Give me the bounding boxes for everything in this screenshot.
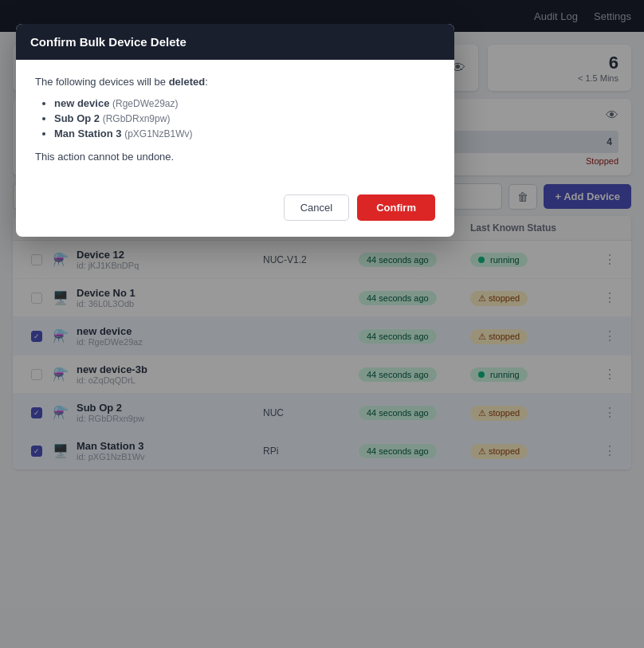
- confirm-button[interactable]: Confirm: [357, 194, 435, 221]
- cancel-button[interactable]: Cancel: [284, 194, 349, 221]
- confirm-delete-modal: Confirm Bulk Device Delete The following…: [16, 24, 454, 237]
- modal-warning: This action cannot be undone.: [35, 151, 435, 163]
- modal-header: Confirm Bulk Device Delete: [16, 24, 454, 60]
- modal-body: The following devices will be deleted: n…: [16, 60, 454, 194]
- modal-footer: Cancel Confirm: [16, 194, 454, 237]
- modal-description: The following devices will be deleted:: [35, 76, 435, 88]
- list-item: Sub Op 2 (RGbDRxn9pw): [54, 112, 435, 124]
- list-item: Man Station 3 (pXG1NzB1Wv): [54, 128, 435, 139]
- modal-device-list: new device (RgeDWe29az) Sub Op 2 (RGbDRx…: [35, 97, 435, 139]
- modal-overlay: Confirm Bulk Device Delete The following…: [0, 0, 644, 648]
- list-item: new device (RgeDWe29az): [54, 97, 435, 109]
